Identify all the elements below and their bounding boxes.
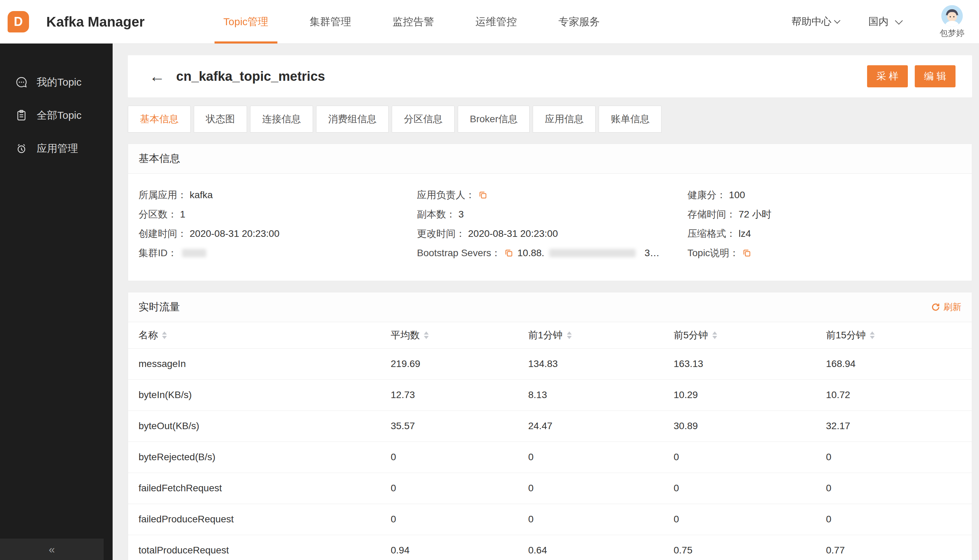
metric-value: 35.57 xyxy=(391,410,528,442)
sort-icon[interactable] xyxy=(567,332,572,339)
edit-button[interactable]: 编 辑 xyxy=(915,65,956,87)
sidebar-item-label: 全部Topic xyxy=(37,108,82,123)
sort-icon[interactable] xyxy=(424,332,429,339)
field-label: 存储时间： xyxy=(687,208,736,221)
field-label: 更改时间： xyxy=(417,227,465,240)
sidebar-item-my-topic[interactable]: 我的Topic xyxy=(0,66,113,99)
column-header-15min: 前15分钟 xyxy=(826,322,972,348)
field-value: 3 xyxy=(458,209,464,220)
field-label: 副本数： xyxy=(417,208,456,221)
metric-value: 30.89 xyxy=(673,410,826,442)
field-value: 2020-08-31 20:23:00 xyxy=(190,228,279,239)
section-title: 基本信息 xyxy=(139,152,180,166)
metric-value: 0 xyxy=(528,442,673,473)
field-label: 集群ID： xyxy=(139,247,177,260)
field-compression-format: 压缩格式： lz4 xyxy=(687,228,972,239)
field-owner-app: 所属应用： kafka xyxy=(139,190,417,201)
field-app-owner: 应用负责人： xyxy=(417,190,687,201)
column-header-5min: 前5分钟 xyxy=(673,322,826,348)
back-button[interactable]: ← xyxy=(149,68,165,84)
tab-broker-info[interactable]: Broker信息 xyxy=(458,106,530,133)
copy-icon[interactable] xyxy=(505,248,513,258)
metric-value: 8.13 xyxy=(528,380,673,410)
sidebar: 我的Topic 全部Topic 应用管理 « xyxy=(0,43,113,560)
metric-value: 0 xyxy=(391,504,528,535)
table-row: failedProduceRequest 0 0 0 0 xyxy=(128,504,972,535)
sidebar-menu: 我的Topic 全部Topic 应用管理 xyxy=(0,43,113,165)
metric-value: 32.17 xyxy=(826,410,972,442)
tab-app-info[interactable]: 应用信息 xyxy=(533,106,596,133)
field-cluster-id: 集群ID： xyxy=(139,248,417,258)
metric-value: 0 xyxy=(528,473,673,504)
page-header-card: ← cn_kafka_topic_metrics 采 样 编 辑 xyxy=(128,55,972,97)
sidebar-item-all-topic[interactable]: 全部Topic xyxy=(0,99,113,132)
redacted-value xyxy=(182,249,206,257)
sort-icon[interactable] xyxy=(870,332,875,339)
field-label: Topic说明： xyxy=(687,247,739,260)
metric-name: failedProduceRequest xyxy=(128,504,391,535)
field-value: 2020-08-31 20:23:00 xyxy=(468,228,558,239)
field-value: 10.88. xyxy=(518,248,545,258)
metric-value: 0 xyxy=(673,442,826,473)
copy-icon[interactable] xyxy=(478,191,488,200)
app-logo-icon[interactable]: D xyxy=(8,11,29,32)
page-actions: 采 样 编 辑 xyxy=(867,65,956,87)
tab-connection-info[interactable]: 连接信息 xyxy=(250,106,313,133)
field-topic-description: Topic说明： xyxy=(687,248,972,258)
copy-icon[interactable] xyxy=(742,248,751,258)
tab-basic-info[interactable]: 基本信息 xyxy=(128,106,191,133)
metric-name: failedFetchRequest xyxy=(128,473,391,504)
basic-info-grid: 所属应用： kafka 应用负责人： 健康分： 100 分区数： 1 xyxy=(139,190,972,258)
refresh-button[interactable]: 刷新 xyxy=(931,301,961,313)
tab-status-chart[interactable]: 状态图 xyxy=(194,106,247,133)
sidebar-item-app-manage[interactable]: 应用管理 xyxy=(0,132,113,165)
field-health-score: 健康分： 100 xyxy=(687,190,972,201)
metric-value: 12.73 xyxy=(391,380,528,410)
field-label: 应用负责人： xyxy=(417,188,475,202)
sort-icon[interactable] xyxy=(712,332,717,339)
sample-button[interactable]: 采 样 xyxy=(867,65,908,87)
refresh-icon xyxy=(931,302,940,312)
sort-icon[interactable] xyxy=(162,332,167,339)
nav-item-ops[interactable]: 运维管控 xyxy=(455,0,538,43)
nav-item-monitor[interactable]: 监控告警 xyxy=(372,0,455,43)
metric-value: 0 xyxy=(391,442,528,473)
table-row: byteRejected(B/s) 0 0 0 0 xyxy=(128,442,972,473)
user-name: 包梦婷 xyxy=(940,28,964,39)
field-retention-time: 存储时间： 72 小时 xyxy=(687,209,972,220)
metric-value: 0 xyxy=(391,473,528,504)
app-manage-icon xyxy=(15,142,28,155)
nav-item-cluster[interactable]: 集群管理 xyxy=(289,0,372,43)
tab-bill-info[interactable]: 账单信息 xyxy=(599,106,662,133)
sidebar-collapse-button[interactable]: « xyxy=(0,538,104,560)
field-create-time: 创建时间： 2020-08-31 20:23:00 xyxy=(139,228,417,239)
basic-info-card-header: 基本信息 xyxy=(128,144,972,174)
table-row: messageIn 219.69 134.83 163.13 168.94 xyxy=(128,348,972,380)
metric-value: 163.13 xyxy=(673,348,826,380)
tab-consumer-group-info[interactable]: 消费组信息 xyxy=(316,106,389,133)
avatar-illustration xyxy=(941,5,963,27)
nav-item-expert[interactable]: 专家服务 xyxy=(538,0,621,43)
column-header-average: 平均数 xyxy=(391,322,528,348)
field-label: 创建时间： xyxy=(139,227,187,240)
metric-value: 10.72 xyxy=(826,380,972,410)
field-modify-time: 更改时间： 2020-08-31 20:23:00 xyxy=(417,228,687,239)
realtime-card-header: 实时流量 刷新 xyxy=(128,292,972,322)
field-value-extra: 3… xyxy=(645,248,660,258)
page-title: cn_kafka_topic_metrics xyxy=(176,69,325,84)
header-right: 帮助中心 国内 包梦婷 xyxy=(792,5,979,39)
table-row: totalProduceRequest 0.94 0.64 0.75 0.77 xyxy=(128,535,972,560)
redacted-value xyxy=(549,249,636,257)
metric-value: 0.75 xyxy=(673,535,826,560)
user-profile[interactable]: 包梦婷 xyxy=(940,5,964,39)
chevron-down-icon xyxy=(834,17,840,23)
nav-item-topic[interactable]: Topic管理 xyxy=(203,0,289,43)
sidebar-item-label: 我的Topic xyxy=(37,75,82,89)
metric-value: 0 xyxy=(826,442,972,473)
chat-icon xyxy=(15,76,28,88)
collapse-icon: « xyxy=(49,543,55,556)
region-selector[interactable]: 国内 xyxy=(869,15,902,29)
field-value: kafka xyxy=(190,190,213,201)
tab-partition-info[interactable]: 分区信息 xyxy=(392,106,454,133)
help-center-menu[interactable]: 帮助中心 xyxy=(792,15,839,29)
